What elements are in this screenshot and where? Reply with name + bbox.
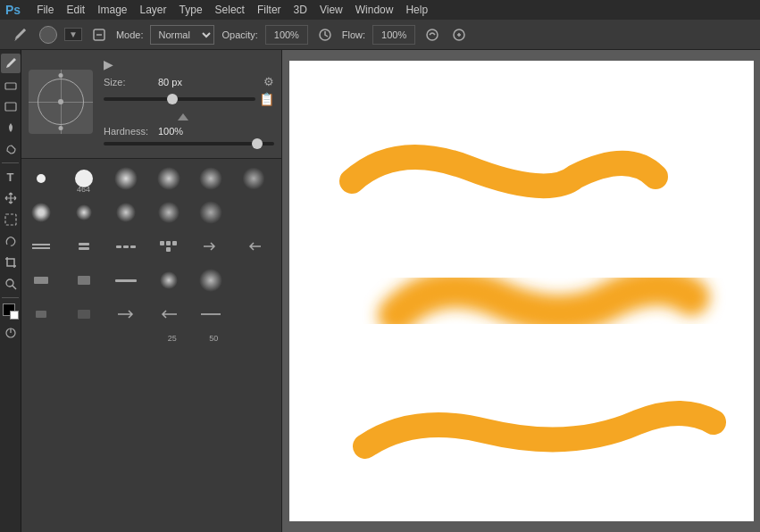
ps-logo: Ps [5, 3, 21, 17]
menu-edit[interactable]: Edit [66, 4, 85, 16]
preset-num-25: 25 [154, 334, 192, 343]
preset-rect-3[interactable] [25, 298, 57, 330]
preset-soft-6[interactable] [110, 196, 142, 229]
brush-tool-btn[interactable] [1, 54, 21, 73]
preset-hard-464[interactable]: 464 [68, 162, 100, 195]
preset-rect-2[interactable] [68, 264, 100, 296]
canvas[interactable] [289, 61, 754, 521]
preset-rect-4[interactable] [68, 298, 100, 330]
paintbucket-tool-btn[interactable] [1, 139, 21, 159]
preset-dash-2[interactable] [68, 230, 100, 262]
brush-settings-icon[interactable]: ⚙ [263, 75, 274, 88]
options-bar: ▼ Mode: Normal Dissolve Multiply Screen … [0, 20, 760, 50]
preset-rect-1[interactable] [25, 264, 57, 296]
text-tool-btn[interactable]: T [1, 167, 21, 187]
preset-dash-3[interactable] [110, 230, 142, 262]
hardness-value: 100% [158, 126, 189, 137]
preset-line-1[interactable] [110, 264, 142, 296]
opacity-label: Opacity: [221, 29, 257, 40]
drop-tool-btn[interactable] [1, 118, 21, 137]
preset-464-label: 464 [68, 185, 100, 194]
brush-direction-arrow: ▶ [104, 57, 113, 71]
menu-window[interactable]: Window [355, 4, 394, 16]
preset-star[interactable] [25, 196, 57, 229]
svg-rect-4 [5, 83, 16, 89]
panel-area: ▶ Size: 80 px ⚙ 📋 [21, 50, 282, 532]
svg-line-8 [13, 286, 16, 289]
preset-soft-2[interactable] [153, 162, 185, 195]
mode-label: Mode: [116, 29, 144, 40]
brush-angle-icon [89, 25, 109, 45]
brush-panel: ▶ Size: 80 px ⚙ 📋 [21, 50, 281, 158]
preset-arrow-1[interactable] [195, 230, 227, 262]
flow-label: Flow: [342, 29, 365, 40]
preset-soft-7[interactable] [153, 196, 185, 229]
preset-arrow-2[interactable] [238, 230, 270, 262]
preset-soft-1[interactable] [110, 162, 142, 195]
marquee-tool-btn[interactable] [1, 210, 21, 229]
preset-dash-4[interactable] [153, 230, 185, 262]
size-label: Size: [104, 77, 153, 87]
preset-soft-9[interactable] [153, 264, 185, 296]
preset-empty-2 [238, 264, 270, 296]
hardness-slider[interactable] [104, 142, 274, 145]
hardness-label: Hardness: [104, 126, 153, 137]
menu-view[interactable]: View [320, 4, 343, 16]
preset-soft-5[interactable] [68, 196, 100, 229]
svg-point-7 [6, 279, 13, 287]
canvas-area[interactable] [282, 50, 760, 532]
svg-rect-6 [5, 214, 16, 225]
mode-dropdown[interactable]: Normal Dissolve Multiply Screen Overlay [150, 25, 214, 45]
brush-size-preview[interactable] [39, 26, 57, 44]
eraser-tool-btn[interactable] [1, 75, 21, 95]
svg-point-2 [427, 29, 438, 40]
lasso-tool-btn[interactable] [1, 231, 21, 251]
preset-num-50: 50 [195, 334, 233, 343]
brush-presets[interactable]: 464 [21, 158, 281, 532]
opacity-input[interactable] [265, 25, 308, 45]
brush-tool-icon[interactable] [7, 22, 32, 47]
menu-help[interactable]: Help [405, 4, 428, 16]
left-toolbar: T [0, 50, 21, 532]
preset-hard-9[interactable] [25, 162, 57, 195]
rectangle-tool-btn[interactable] [1, 96, 21, 116]
menu-bar: Ps File Edit Image Layer Type Select Fil… [0, 0, 760, 20]
menu-file[interactable]: File [37, 4, 54, 16]
size-slider[interactable] [104, 97, 255, 101]
menu-image[interactable]: Image [97, 4, 127, 16]
preset-arrow-3[interactable] [110, 298, 142, 330]
zoom-tool-btn[interactable] [1, 274, 21, 294]
crop-tool-btn[interactable] [1, 253, 21, 272]
brush-options-btn[interactable]: ▼ [64, 28, 82, 41]
preset-soft-10[interactable] [195, 264, 227, 296]
preset-empty-1 [238, 196, 270, 229]
opacity-pressure-icon[interactable] [315, 25, 335, 45]
clip-icon[interactable]: 📋 [259, 92, 274, 106]
menu-select[interactable]: Select [215, 4, 245, 16]
flow-input[interactable] [372, 25, 415, 45]
angle-indicator [178, 113, 188, 121]
menu-type[interactable]: Type [180, 4, 203, 16]
preset-empty-3 [238, 298, 270, 330]
quick-mask-btn[interactable] [1, 323, 21, 343]
preset-soft-4[interactable] [238, 162, 270, 195]
preset-soft-8[interactable] [195, 196, 227, 229]
menu-filter[interactable]: Filter [257, 4, 281, 16]
move-tool-btn[interactable] [1, 188, 21, 208]
preset-arrow-4[interactable] [153, 298, 185, 330]
brush-tip-preview [29, 70, 93, 134]
menu-layer[interactable]: Layer [140, 4, 167, 16]
menu-3d[interactable]: 3D [294, 4, 307, 16]
main-area: T [0, 50, 760, 532]
airbrush-icon[interactable] [449, 25, 469, 45]
preset-soft-3[interactable] [195, 162, 227, 195]
flow-icon[interactable] [422, 25, 442, 45]
foreground-color[interactable] [1, 302, 21, 321]
preset-line-2[interactable] [195, 298, 227, 330]
size-value: 80 px [158, 77, 189, 87]
preset-dash-1[interactable] [25, 230, 57, 262]
svg-rect-5 [5, 103, 16, 111]
